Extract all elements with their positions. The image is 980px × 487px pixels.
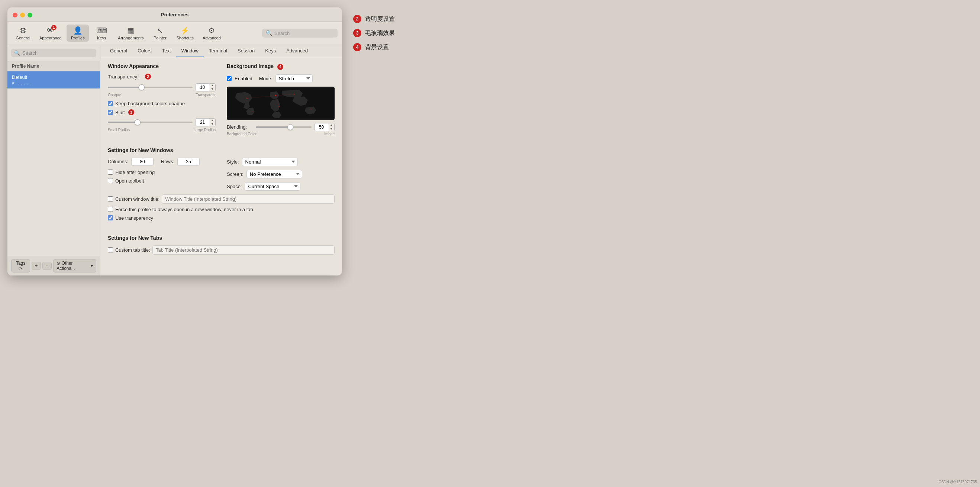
- general-icon: ⚙: [20, 26, 26, 35]
- sidebar: 🔍 Profile Name Default # ..... Tags > + …: [8, 45, 100, 275]
- blur-value-input[interactable]: [196, 119, 209, 126]
- toolbar-item-shortcuts[interactable]: ⚡ Shortcuts: [172, 24, 197, 41]
- toolbar-advanced-label: Advanced: [203, 36, 221, 40]
- blending-value-input[interactable]: [315, 124, 328, 131]
- top-two-col: Window Appearance Transparency: 2: [108, 63, 335, 136]
- other-actions-button[interactable]: ⊙ Other Actions... ▾: [53, 259, 96, 272]
- bg-badge: 4: [277, 64, 283, 70]
- annotation-text-3: 毛玻璃效果: [365, 29, 395, 37]
- style-screen-space-col: Style: Normal Full Screen Maximized No T…: [227, 158, 335, 194]
- blur-badge: 3: [128, 109, 134, 115]
- use-transparency-checkbox[interactable]: [108, 215, 113, 220]
- main-content: 🔍 Profile Name Default # ..... Tags > + …: [8, 45, 342, 275]
- shortcuts-icon: ⚡: [180, 26, 189, 35]
- blur-max-label: Large Radius: [194, 128, 216, 132]
- force-new-window-row: Force this profile to always open in a n…: [108, 207, 335, 212]
- tab-text[interactable]: Text: [157, 45, 176, 57]
- sidebar-search-input[interactable]: [22, 50, 93, 56]
- toolbar-item-profiles[interactable]: 👤 Profiles: [67, 24, 89, 41]
- toolbar-item-keys[interactable]: ⌨ Keys: [90, 24, 113, 41]
- toolbar-item-general[interactable]: ⚙ General: [12, 24, 34, 41]
- style-select[interactable]: Normal Full Screen Maximized No Title Ba…: [242, 158, 298, 166]
- transparency-decrement[interactable]: ▼: [209, 88, 215, 91]
- blending-track: [256, 126, 312, 128]
- transparency-labels: Opaque Transparent: [108, 93, 216, 97]
- minimize-button[interactable]: [20, 13, 25, 18]
- close-button[interactable]: [13, 13, 18, 18]
- search-input[interactable]: [274, 30, 334, 36]
- blur-thumb[interactable]: [135, 119, 140, 125]
- custom-tab-title-checkbox[interactable]: [108, 247, 113, 252]
- force-new-window-label: Force this profile to always open in a n…: [115, 207, 254, 212]
- rows-input[interactable]: [177, 158, 200, 166]
- columns-rows-style-row: Columns: Rows: Hide after opening: [108, 158, 335, 194]
- custom-title-input[interactable]: [162, 194, 335, 204]
- custom-tab-title-label: Custom tab title:: [115, 247, 150, 253]
- blending-increment[interactable]: ▲: [328, 123, 334, 127]
- transparency-min-label: Opaque: [108, 93, 121, 97]
- bg-enabled-row: Enabled Mode: Stretch Tile Scale to Fill…: [227, 74, 335, 83]
- profile-list: Profile Name Default # .....: [8, 61, 100, 256]
- tab-general[interactable]: General: [105, 45, 132, 57]
- sidebar-footer: Tags > + − ⊙ Other Actions... ▾: [8, 256, 100, 275]
- use-transparency-row: Use transparency: [108, 215, 335, 221]
- arrangements-icon: ▦: [127, 26, 134, 35]
- annotation-4: 4 背景设置: [353, 43, 395, 51]
- mode-select[interactable]: Stretch Tile Scale to Fill Scale to Fit …: [275, 74, 313, 83]
- columns-row: Columns: Rows:: [108, 158, 216, 166]
- tab-session[interactable]: Session: [232, 45, 260, 57]
- blending-decrement[interactable]: ▼: [328, 127, 334, 131]
- annotation-badge-4: 4: [353, 43, 361, 51]
- custom-tab-title-input[interactable]: [153, 245, 335, 255]
- toolbar-item-advanced[interactable]: ⚙ Advanced: [199, 24, 224, 41]
- rows-label: Rows:: [161, 159, 174, 164]
- profile-name: Default: [12, 74, 95, 80]
- blur-value-wrapper: ▲ ▼: [196, 118, 216, 126]
- transparency-stepper: ▲ ▼: [209, 84, 215, 91]
- space-select[interactable]: Current Space All Spaces: [245, 182, 301, 191]
- tab-keys[interactable]: Keys: [260, 45, 281, 57]
- toolbar-item-appearance[interactable]: 👁 1 Appearance: [36, 25, 65, 41]
- tab-window[interactable]: Window: [176, 45, 204, 57]
- force-new-window-checkbox[interactable]: [108, 207, 113, 212]
- open-toolbelt-checkbox[interactable]: [108, 178, 113, 183]
- tab-advanced[interactable]: Advanced: [281, 45, 313, 57]
- screen-select[interactable]: No Preference Screen with Cursor Main Sc…: [247, 170, 302, 178]
- blending-fill: [256, 126, 290, 128]
- profile-item-default[interactable]: Default # .....: [8, 72, 100, 89]
- settings-new-tabs-title: Settings for New Tabs: [108, 235, 335, 241]
- columns-input[interactable]: [131, 158, 154, 166]
- blending-value-wrapper: ▲ ▼: [315, 123, 335, 131]
- transparency-label: Transparency:: [108, 74, 141, 80]
- transparency-value-input[interactable]: [196, 84, 209, 91]
- blur-decrement[interactable]: ▼: [209, 122, 215, 126]
- svg-point-5: [311, 108, 312, 109]
- blur-checkbox[interactable]: [108, 110, 113, 115]
- blur-increment[interactable]: ▲: [209, 119, 215, 122]
- toolbar-item-pointer[interactable]: ↖ Pointer: [149, 24, 171, 41]
- transparency-row: Transparency: 2: [108, 73, 216, 80]
- svg-point-4: [252, 111, 253, 112]
- toolbar-search[interactable]: 🔍: [262, 29, 337, 38]
- tab-terminal[interactable]: Terminal: [204, 45, 232, 57]
- blending-labels: Background Color Image: [227, 132, 335, 136]
- remove-profile-button[interactable]: −: [42, 262, 52, 270]
- blending-thumb[interactable]: [287, 124, 293, 130]
- mode-label: Mode:: [259, 76, 272, 81]
- hide-after-checkbox[interactable]: [108, 170, 113, 175]
- toolbar-item-arrangements[interactable]: ▦ Arrangements: [114, 24, 147, 41]
- tab-colors[interactable]: Colors: [132, 45, 157, 57]
- transparency-increment[interactable]: ▲: [209, 84, 215, 88]
- bg-enabled-checkbox[interactable]: [227, 76, 232, 81]
- transparency-thumb[interactable]: [139, 84, 145, 90]
- tags-button[interactable]: Tags >: [11, 259, 30, 272]
- open-toolbelt-row: Open toolbelt: [108, 178, 216, 184]
- maximize-button[interactable]: [27, 13, 32, 18]
- add-profile-button[interactable]: +: [32, 262, 41, 270]
- tab-bar: General Colors Text Window Terminal Sess…: [100, 45, 342, 57]
- keep-opaque-checkbox[interactable]: [108, 101, 113, 106]
- custom-title-checkbox[interactable]: [108, 196, 113, 202]
- blur-slider-container: ▲ ▼ Small Radius Large Radius: [108, 118, 216, 132]
- keep-opaque-label: Keep background colors opaque: [115, 101, 185, 106]
- profiles-icon: 👤: [73, 26, 83, 35]
